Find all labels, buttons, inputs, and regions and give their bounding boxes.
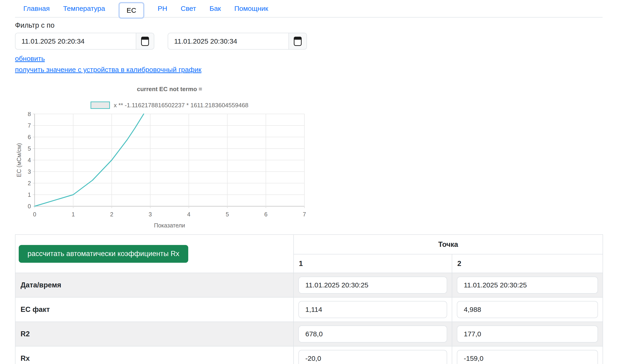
- tab-bar: Главная Температура EC PH Свет Бак Помощ…: [15, 0, 603, 18]
- svg-text:4: 4: [28, 157, 31, 163]
- row-label-rx: Rx: [15, 346, 294, 364]
- svg-text:6: 6: [264, 211, 268, 218]
- filter-label: Фильтр с по: [15, 21, 617, 30]
- calibration-chart-svg: 01234567801234567ПоказателиEC (мСм/см): [15, 112, 308, 230]
- tab-ec[interactable]: EC: [118, 2, 144, 19]
- row-label-ec-fact: EC факт: [15, 297, 294, 322]
- tab-svet[interactable]: Свет: [181, 4, 196, 12]
- datetime-point2-input[interactable]: [457, 276, 598, 294]
- svg-text:3: 3: [149, 211, 152, 218]
- date-from-calendar-button[interactable]: [136, 33, 154, 49]
- datetime-point1-input[interactable]: [298, 276, 447, 294]
- table-group-header-row: рассчитать автоматически коэффициенты Rx…: [15, 234, 603, 254]
- ec-fact-point2-input[interactable]: [457, 301, 598, 318]
- svg-text:Показатели: Показатели: [154, 222, 185, 228]
- r2-point1-input[interactable]: [298, 326, 447, 342]
- svg-text:6: 6: [28, 134, 31, 140]
- table-row-ec-fact: EC факт: [15, 297, 603, 322]
- calc-rx-coefficients-button[interactable]: рассчитать автоматически коэффициенты Rx: [19, 245, 188, 263]
- table-row-datetime: Дата/время: [15, 273, 603, 297]
- svg-text:1: 1: [72, 211, 75, 218]
- calibration-chart: current EC not termo = x ** -1.116217881…: [15, 86, 320, 230]
- chart-legend[interactable]: x ** -1.1162178816502237 * 1611.21836045…: [35, 102, 304, 109]
- point-1-header: 1: [294, 254, 452, 273]
- date-filter-row: [15, 33, 617, 50]
- row-label-datetime: Дата/время: [15, 273, 294, 297]
- date-to-calendar-button[interactable]: [289, 33, 307, 49]
- svg-text:5: 5: [226, 211, 229, 218]
- date-from-input[interactable]: [16, 33, 136, 49]
- tab-temperatura[interactable]: Температура: [63, 4, 105, 12]
- chart-title: current EC not termo =: [35, 86, 304, 93]
- tab-ph[interactable]: PH: [158, 4, 167, 12]
- calendar-icon: [294, 37, 302, 46]
- ec-fact-point1-input[interactable]: [298, 301, 447, 318]
- page: Главная Температура EC PH Свет Бак Помощ…: [0, 0, 617, 364]
- svg-text:8: 8: [28, 112, 31, 117]
- svg-text:7: 7: [303, 211, 306, 218]
- point-2-header: 2: [452, 254, 603, 273]
- svg-text:7: 7: [28, 122, 31, 129]
- point-group-header: Точка: [294, 234, 603, 254]
- svg-text:EC (мСм/см): EC (мСм/см): [16, 143, 22, 177]
- svg-text:1: 1: [28, 192, 31, 198]
- legend-swatch: [91, 102, 110, 109]
- tab-bak[interactable]: Бак: [209, 4, 221, 12]
- calibration-table: рассчитать автоматически коэффициенты Rx…: [15, 234, 603, 364]
- tab-glavnaya[interactable]: Главная: [23, 4, 50, 12]
- r2-point2-input[interactable]: [457, 326, 598, 342]
- svg-text:0: 0: [28, 203, 31, 210]
- svg-text:2: 2: [110, 211, 113, 218]
- legend-label: x ** -1.1162178816502237 * 1611.21836045…: [114, 102, 248, 109]
- table-row-rx: Rx: [15, 346, 603, 364]
- button-cell: рассчитать автоматически коэффициенты Rx: [15, 234, 294, 273]
- svg-text:4: 4: [187, 211, 190, 218]
- get-device-value-link[interactable]: получить значение с устройства в калибро…: [15, 66, 201, 74]
- date-from-group: [15, 33, 154, 50]
- row-label-r2: R2: [15, 322, 294, 346]
- date-to-group: [168, 33, 307, 50]
- table-row-r2: R2: [15, 322, 603, 346]
- rx-point1-input[interactable]: [298, 350, 447, 364]
- calendar-icon: [141, 37, 149, 46]
- svg-text:2: 2: [28, 180, 31, 186]
- date-to-input[interactable]: [168, 33, 289, 49]
- svg-text:5: 5: [28, 145, 31, 152]
- svg-text:0: 0: [33, 211, 36, 218]
- rx-point2-input[interactable]: [457, 350, 598, 364]
- svg-text:3: 3: [28, 168, 31, 175]
- tab-pomoshchnik[interactable]: Помощник: [234, 4, 268, 12]
- refresh-link[interactable]: обновить: [15, 55, 45, 62]
